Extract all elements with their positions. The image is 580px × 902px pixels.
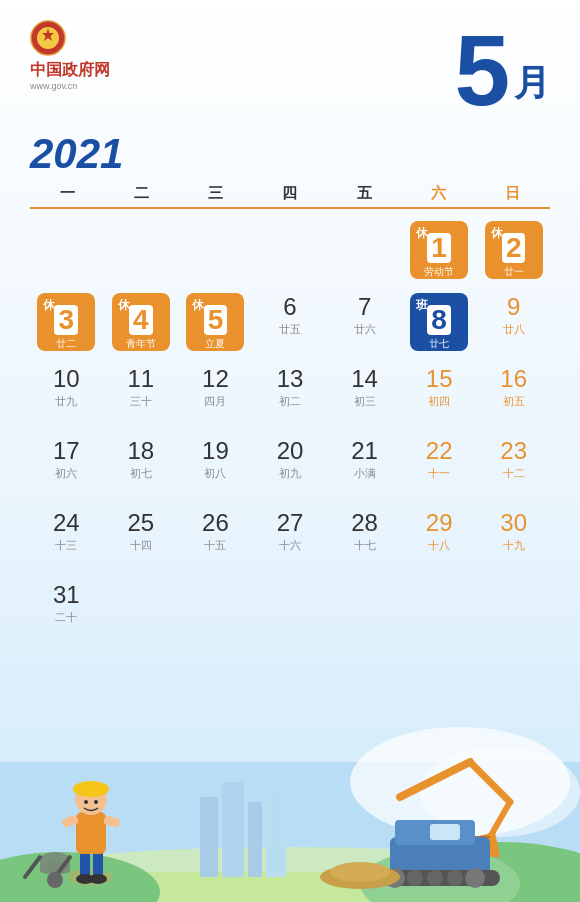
xiu-badge: 休 3 廿二 [37,293,95,351]
month-number: 5 [454,20,510,120]
day-cell: 17初六 [30,433,103,503]
day-number: 20 [277,437,304,465]
day-cell: 7廿六 [328,289,401,359]
svg-rect-34 [76,812,106,854]
day-cell: 休 2 廿一 [477,217,550,287]
day-cell [254,217,327,287]
weekday-fri: 五 [327,184,401,203]
day-number: 19 [202,437,229,465]
day-cell: 19初八 [179,433,252,503]
xiu-label: 休 [118,297,130,314]
lunar-label: 廿六 [354,322,376,337]
day-number: 11 [128,365,155,393]
lunar-label: 廿一 [504,265,524,279]
day-cell: 18初七 [105,433,178,503]
day-number: 23 [500,437,527,465]
calendar-grid: 休 1 劳动节 休 2 廿一 休 3 廿二 休 4 青年节 休 5 [30,217,550,647]
month-display: 5 月 [454,20,550,120]
lunar-label: 初六 [55,466,77,481]
illustration-area [0,702,580,902]
day-number: 5 [204,305,228,336]
day-number: 17 [53,437,80,465]
logo-text-area: 中国政府网 [30,60,110,81]
lunar-label: 十九 [503,538,525,553]
day-cell: 21小满 [328,433,401,503]
xiu-badge: 休 1 劳动节 [410,221,468,279]
xiu-label: 休 [491,225,503,242]
svg-point-27 [447,870,463,886]
lunar-label: 十五 [204,538,226,553]
day-cell: 6廿五 [254,289,327,359]
svg-rect-11 [266,790,286,877]
svg-point-41 [94,800,98,804]
weekday-wed: 三 [179,184,253,203]
day-cell: 休 1 劳动节 [403,217,476,287]
day-cell: 9廿八 [477,289,550,359]
day-cell: 13初二 [254,361,327,431]
lunar-label: 十六 [279,538,301,553]
day-number: 21 [351,437,378,465]
lunar-label: 三十 [130,394,152,409]
day-number: 30 [500,509,527,537]
xiu-label: 休 [416,225,428,242]
day-cell: 22十一 [403,433,476,503]
day-cell: 班 8 廿七 [403,289,476,359]
svg-rect-10 [248,802,262,877]
day-cell: 12四月 [179,361,252,431]
svg-rect-9 [222,782,244,877]
day-cell [105,577,178,647]
day-cell: 14初三 [328,361,401,431]
weekday-thu: 四 [253,184,327,203]
lunar-label: 立夏 [205,337,225,351]
xiu-badge: 休 4 青年节 [112,293,170,351]
logo-title: 中国政府网 [30,60,110,81]
day-number: 16 [500,365,527,393]
lunar-label: 十八 [428,538,450,553]
day-cell: 26十五 [179,505,252,575]
day-cell: 27十六 [254,505,327,575]
lunar-label: 廿九 [55,394,77,409]
day-cell [328,577,401,647]
day-number: 1 [427,233,451,264]
day-cell: 11三十 [105,361,178,431]
lunar-label: 劳动节 [424,265,454,279]
lunar-label: 青年节 [126,337,156,351]
logo-area: 中国政府网 www.gov.cn [30,20,110,91]
day-number: 31 [53,581,80,609]
day-cell [179,217,252,287]
day-number: 3 [54,305,78,336]
day-cell [403,577,476,647]
day-number: 24 [53,509,80,537]
day-cell: 10廿九 [30,361,103,431]
day-cell [254,577,327,647]
weekdays-row: 一 二 三 四 五 六 日 [30,184,550,209]
day-cell: 28十七 [328,505,401,575]
day-cell: 23十二 [477,433,550,503]
lunar-label: 廿二 [56,337,76,351]
day-number: 2 [502,233,526,264]
svg-rect-22 [430,824,460,840]
day-number: 6 [283,293,296,321]
day-cell: 31二十 [30,577,103,647]
logo-subtitle-text: www.gov.cn [30,81,77,91]
svg-rect-30 [80,850,90,878]
day-number: 10 [53,365,80,393]
day-cell: 24十三 [30,505,103,575]
day-cell: 休 5 立夏 [179,289,252,359]
svg-point-47 [330,862,390,882]
day-number: 7 [358,293,371,321]
lunar-label: 初二 [279,394,301,409]
day-number: 25 [128,509,155,537]
lunar-label: 廿七 [429,337,449,351]
month-char: 月 [514,59,550,120]
day-cell: 29十八 [403,505,476,575]
svg-point-45 [47,872,63,888]
day-number: 4 [129,305,153,336]
lunar-label: 初四 [428,394,450,409]
svg-rect-39 [78,788,104,795]
lunar-label: 初三 [354,394,376,409]
ban-badge: 班 8 廿七 [410,293,468,351]
day-cell [30,217,103,287]
day-number: 9 [507,293,520,321]
svg-rect-8 [200,797,218,877]
